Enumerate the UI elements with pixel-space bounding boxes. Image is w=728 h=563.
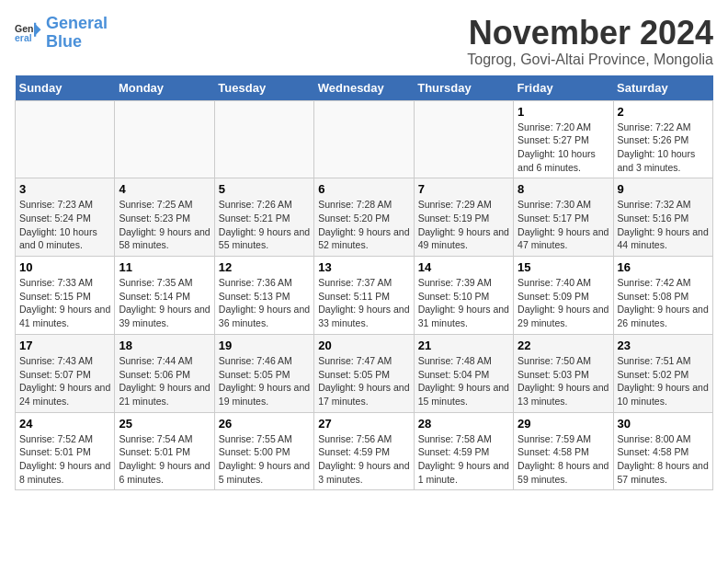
week-row-2: 3Sunrise: 7:23 AM Sunset: 5:24 PM Daylig… [16, 178, 713, 257]
day-number: 16 [618, 260, 709, 274]
day-number: 27 [318, 417, 409, 431]
day-cell: 28Sunrise: 7:58 AM Sunset: 4:59 PM Dayli… [414, 412, 513, 490]
day-number: 22 [518, 339, 609, 352]
day-cell: 4Sunrise: 7:25 AM Sunset: 5:23 PM Daylig… [115, 178, 214, 257]
day-info: Sunrise: 7:33 AM Sunset: 5:15 PM Dayligh… [19, 276, 110, 330]
day-number: 21 [418, 339, 509, 352]
day-header-sunday: Sunday [16, 75, 115, 101]
day-info: Sunrise: 7:56 AM Sunset: 4:59 PM Dayligh… [318, 432, 409, 487]
day-info: Sunrise: 7:48 AM Sunset: 5:04 PM Dayligh… [418, 354, 509, 408]
day-cell: 26Sunrise: 7:55 AM Sunset: 5:00 PM Dayli… [214, 412, 313, 490]
week-row-4: 17Sunrise: 7:43 AM Sunset: 5:07 PM Dayli… [16, 334, 713, 412]
day-cell: 11Sunrise: 7:35 AM Sunset: 5:14 PM Dayli… [115, 257, 214, 335]
day-info: Sunrise: 7:44 AM Sunset: 5:06 PM Dayligh… [119, 354, 210, 408]
day-cell: 20Sunrise: 7:47 AM Sunset: 5:05 PM Dayli… [314, 334, 414, 412]
day-number: 15 [518, 260, 609, 274]
svg-rect-3 [34, 23, 36, 37]
day-cell: 1Sunrise: 7:20 AM Sunset: 5:27 PM Daylig… [514, 100, 613, 178]
day-number: 12 [219, 260, 310, 274]
day-header-monday: Monday [115, 75, 214, 101]
day-cell: 7Sunrise: 7:29 AM Sunset: 5:19 PM Daylig… [414, 178, 513, 257]
day-info: Sunrise: 7:25 AM Sunset: 5:23 PM Dayligh… [119, 198, 210, 252]
day-header-friday: Friday [514, 75, 613, 101]
day-cell: 23Sunrise: 7:51 AM Sunset: 5:02 PM Dayli… [613, 334, 712, 412]
day-cell: 8Sunrise: 7:30 AM Sunset: 5:17 PM Daylig… [514, 178, 613, 257]
title-section: November 2024 Togrog, Govi-Altai Provinc… [467, 15, 713, 68]
day-cell [115, 100, 214, 178]
day-cell: 15Sunrise: 7:40 AM Sunset: 5:09 PM Dayli… [514, 257, 613, 335]
day-info: Sunrise: 7:43 AM Sunset: 5:07 PM Dayligh… [19, 354, 110, 408]
day-number: 19 [219, 339, 310, 352]
day-info: Sunrise: 7:59 AM Sunset: 4:58 PM Dayligh… [518, 432, 609, 487]
day-number: 1 [518, 105, 609, 119]
day-number: 24 [19, 417, 110, 431]
day-info: Sunrise: 7:40 AM Sunset: 5:09 PM Dayligh… [518, 276, 609, 330]
calendar-table: SundayMondayTuesdayWednesdayThursdayFrid… [15, 75, 713, 491]
day-cell: 16Sunrise: 7:42 AM Sunset: 5:08 PM Dayli… [613, 257, 712, 335]
day-number: 2 [618, 105, 709, 119]
day-info: Sunrise: 7:42 AM Sunset: 5:08 PM Dayligh… [618, 276, 709, 330]
day-number: 5 [219, 182, 310, 196]
day-cell [16, 100, 115, 178]
day-info: Sunrise: 7:20 AM Sunset: 5:27 PM Dayligh… [518, 121, 609, 175]
day-info: Sunrise: 7:51 AM Sunset: 5:02 PM Dayligh… [618, 354, 709, 408]
day-cell: 30Sunrise: 8:00 AM Sunset: 4:58 PM Dayli… [613, 412, 712, 490]
day-cell: 18Sunrise: 7:44 AM Sunset: 5:06 PM Dayli… [115, 334, 214, 412]
day-cell: 17Sunrise: 7:43 AM Sunset: 5:07 PM Dayli… [16, 334, 115, 412]
day-cell: 2Sunrise: 7:22 AM Sunset: 5:26 PM Daylig… [613, 100, 712, 178]
day-number: 18 [119, 339, 210, 352]
day-header-wednesday: Wednesday [314, 75, 414, 101]
day-info: Sunrise: 7:35 AM Sunset: 5:14 PM Dayligh… [119, 276, 210, 330]
day-number: 11 [119, 260, 210, 274]
day-info: Sunrise: 7:23 AM Sunset: 5:24 PM Dayligh… [19, 198, 110, 252]
day-cell: 27Sunrise: 7:56 AM Sunset: 4:59 PM Dayli… [314, 412, 414, 490]
day-info: Sunrise: 7:29 AM Sunset: 5:19 PM Dayligh… [418, 198, 509, 252]
logo-text: General Blue [46, 15, 108, 52]
svg-text:eral: eral [15, 32, 32, 43]
day-cell: 19Sunrise: 7:46 AM Sunset: 5:05 PM Dayli… [214, 334, 313, 412]
day-number: 25 [119, 417, 210, 431]
day-info: Sunrise: 7:47 AM Sunset: 5:05 PM Dayligh… [318, 354, 409, 408]
day-info: Sunrise: 7:54 AM Sunset: 5:01 PM Dayligh… [119, 432, 210, 487]
day-info: Sunrise: 7:30 AM Sunset: 5:17 PM Dayligh… [518, 198, 609, 252]
day-cell: 3Sunrise: 7:23 AM Sunset: 5:24 PM Daylig… [16, 178, 115, 257]
day-info: Sunrise: 8:00 AM Sunset: 4:58 PM Dayligh… [618, 432, 709, 487]
day-cell: 13Sunrise: 7:37 AM Sunset: 5:11 PM Dayli… [314, 257, 414, 335]
day-cell: 29Sunrise: 7:59 AM Sunset: 4:58 PM Dayli… [514, 412, 613, 490]
day-number: 26 [219, 417, 310, 431]
day-number: 6 [318, 182, 409, 196]
day-info: Sunrise: 7:50 AM Sunset: 5:03 PM Dayligh… [518, 354, 609, 408]
week-row-1: 1Sunrise: 7:20 AM Sunset: 5:27 PM Daylig… [16, 100, 713, 178]
day-number: 13 [318, 260, 409, 274]
day-info: Sunrise: 7:28 AM Sunset: 5:20 PM Dayligh… [318, 198, 409, 252]
day-info: Sunrise: 7:58 AM Sunset: 4:59 PM Dayligh… [418, 432, 509, 487]
header: Gen eral General Blue November 2024 Togr… [15, 15, 713, 68]
logo-blue: Blue [46, 32, 82, 51]
week-row-5: 24Sunrise: 7:52 AM Sunset: 5:01 PM Dayli… [16, 412, 713, 490]
day-info: Sunrise: 7:36 AM Sunset: 5:13 PM Dayligh… [219, 276, 310, 330]
logo-icon: Gen eral [15, 19, 42, 47]
logo: Gen eral General Blue [15, 15, 108, 52]
day-number: 30 [618, 417, 709, 431]
day-cell [214, 100, 313, 178]
day-info: Sunrise: 7:52 AM Sunset: 5:01 PM Dayligh… [19, 432, 110, 487]
day-header-saturday: Saturday [613, 75, 712, 101]
day-number: 14 [418, 260, 509, 274]
day-number: 8 [518, 182, 609, 196]
day-cell: 25Sunrise: 7:54 AM Sunset: 5:01 PM Dayli… [115, 412, 214, 490]
month-title: November 2024 [467, 15, 713, 52]
day-info: Sunrise: 7:22 AM Sunset: 5:26 PM Dayligh… [618, 121, 709, 175]
day-info: Sunrise: 7:55 AM Sunset: 5:00 PM Dayligh… [219, 432, 310, 487]
day-cell: 14Sunrise: 7:39 AM Sunset: 5:10 PM Dayli… [414, 257, 513, 335]
day-cell [314, 100, 414, 178]
day-cell: 10Sunrise: 7:33 AM Sunset: 5:15 PM Dayli… [16, 257, 115, 335]
day-info: Sunrise: 7:26 AM Sunset: 5:21 PM Dayligh… [219, 198, 310, 252]
day-number: 23 [618, 339, 709, 352]
day-number: 10 [19, 260, 110, 274]
day-cell: 9Sunrise: 7:32 AM Sunset: 5:16 PM Daylig… [613, 178, 712, 257]
day-header-tuesday: Tuesday [214, 75, 313, 101]
location-title: Togrog, Govi-Altai Province, Mongolia [467, 52, 713, 68]
day-number: 3 [19, 182, 110, 196]
day-info: Sunrise: 7:37 AM Sunset: 5:11 PM Dayligh… [318, 276, 409, 330]
header-row: SundayMondayTuesdayWednesdayThursdayFrid… [16, 75, 713, 101]
